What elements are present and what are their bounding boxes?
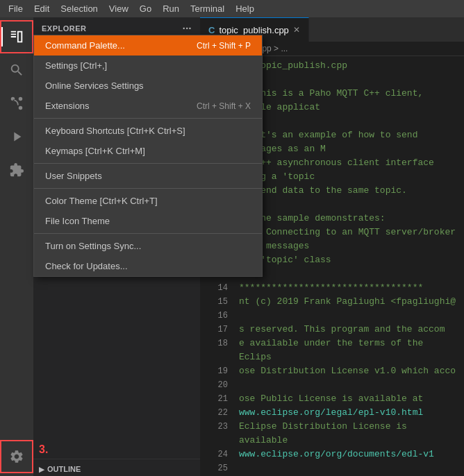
check-updates-label: Check for Updates... xyxy=(45,261,128,271)
sidebar-more-icon[interactable]: ··· xyxy=(183,23,192,34)
separator-1 xyxy=(34,118,262,119)
menu-terminal[interactable]: Terminal xyxy=(185,0,230,17)
keymaps-item[interactable]: Keymaps [Ctrl+K Ctrl+M] xyxy=(34,141,262,161)
command-palette-item[interactable]: Command Palette... Ctrl + Shift + P xyxy=(34,35,262,56)
settings-label: Settings [Ctrl+,] xyxy=(45,60,107,71)
code-line: 20 xyxy=(200,378,464,392)
code-line: 14********************************** xyxy=(200,281,464,295)
code-line: 21ose Public License is available at xyxy=(200,392,464,406)
outline-section: ▶ OUTLINE xyxy=(33,459,200,476)
explorer-activity-icon[interactable] xyxy=(0,20,33,53)
command-palette-shortcut: Ctrl + Shift + P xyxy=(197,41,251,51)
menu-file[interactable]: File xyxy=(3,0,28,17)
code-line: 17s reserved. This program and the accom xyxy=(200,323,464,337)
code-line: 22www.eclipse.org/legal/epl-v10.html xyxy=(200,406,464,420)
extensions-item[interactable]: Extensions Ctrl + Shift + X xyxy=(34,96,262,116)
extensions-shortcut: Ctrl + Shift + X xyxy=(197,101,251,111)
color-theme-label: Color Theme [Ctrl+K Ctrl+T] xyxy=(45,196,158,206)
settings-sync-item[interactable]: Turn on Settings Sync... xyxy=(34,236,262,256)
separator-2 xyxy=(34,163,262,164)
file-icon-theme-label: File Icon Theme xyxy=(45,216,110,226)
menu-help[interactable]: Help xyxy=(230,0,260,17)
code-line: 15nt (c) 2019 Frank Pagliughi <fpagliugh… xyxy=(200,295,464,309)
user-snippets-item[interactable]: User Snippets xyxy=(34,166,262,186)
code-line: 25 xyxy=(200,461,464,475)
menubar: File Edit Selection View Go Run Terminal… xyxy=(0,0,464,17)
outline-header[interactable]: ▶ OUTLINE xyxy=(33,462,200,476)
search-activity-icon[interactable] xyxy=(0,53,33,87)
settings-activity-icon[interactable] xyxy=(0,440,33,473)
color-theme-item[interactable]: Color Theme [Ctrl+K Ctrl+T] xyxy=(34,191,262,211)
dropdown-menu: Command Palette... Ctrl + Shift + P Sett… xyxy=(33,35,263,277)
keyboard-shortcuts-item[interactable]: Keyboard Shortcuts [Ctrl+K Ctrl+S] xyxy=(34,121,262,141)
menu-selection[interactable]: Selection xyxy=(55,0,103,17)
tab-close-icon[interactable]: ✕ xyxy=(293,25,300,35)
menu-view[interactable]: View xyxy=(103,0,134,17)
code-line: 23Eclipse Distribution License is availa… xyxy=(200,420,464,448)
file-icon-theme-item[interactable]: File Icon Theme xyxy=(34,211,262,231)
run-activity-icon[interactable] xyxy=(0,120,33,153)
code-line: 19ose Distribution License v1.0 which ac… xyxy=(200,364,464,378)
separator-4 xyxy=(34,233,262,234)
separator-3 xyxy=(34,188,262,189)
extensions-activity-icon[interactable] xyxy=(0,153,33,187)
keymaps-label: Keymaps [Ctrl+K Ctrl+M] xyxy=(45,146,145,156)
activity-bar xyxy=(0,17,33,476)
tab-file-icon: C xyxy=(208,25,215,35)
online-services-label: Online Services Settings xyxy=(45,80,144,91)
check-updates-item[interactable]: Check for Updates... xyxy=(34,256,262,276)
settings-item[interactable]: Settings [Ctrl+,] xyxy=(34,56,262,76)
extensions-label: Extensions xyxy=(45,101,90,111)
menu-go[interactable]: Go xyxy=(134,0,157,17)
annotation-3: 3. xyxy=(39,443,48,456)
settings-sync-label: Turn on Settings Sync... xyxy=(45,241,141,251)
code-line: 24www.eclipse.org/org/documents/edl-v1 xyxy=(200,448,464,461)
user-snippets-label: User Snippets xyxy=(45,171,102,181)
keyboard-shortcuts-label: Keyboard Shortcuts [Ctrl+K Ctrl+S] xyxy=(45,126,185,136)
main-area: EXPLORER ··· ▶ OPEN EDITORS ▼ TOPIC_PUBL… xyxy=(0,17,464,476)
code-line: 18e available under the terms of the Ecl… xyxy=(200,337,464,364)
command-palette-label: Command Palette... xyxy=(45,40,125,51)
menu-edit[interactable]: Edit xyxy=(28,0,55,17)
menu-run[interactable]: Run xyxy=(157,0,185,17)
source-control-activity-icon[interactable] xyxy=(0,87,33,120)
tab-filename: topic_publish.cpp xyxy=(219,25,288,35)
online-services-item[interactable]: Online Services Settings xyxy=(34,76,262,96)
code-line: 16 xyxy=(200,309,464,323)
